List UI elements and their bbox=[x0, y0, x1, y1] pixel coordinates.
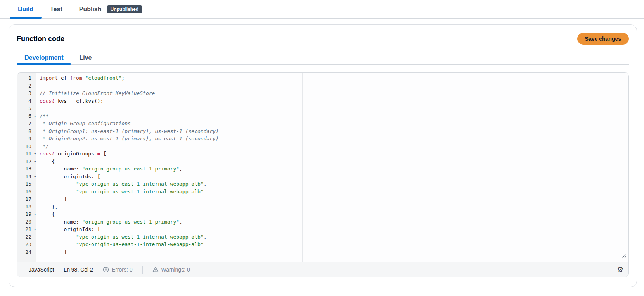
line-number: 1 bbox=[17, 74, 36, 82]
code-text: * OriginGroup1: us-east-1 (primary), us-… bbox=[36, 127, 219, 135]
code-line[interactable]: 11▾const originGroups = [ bbox=[17, 150, 628, 158]
function-code-panel: Function code Save changes Development L… bbox=[9, 24, 637, 287]
code-text: // Initialize CloudFront KeyValueStore bbox=[36, 89, 155, 97]
fold-arrow-icon[interactable]: ▾ bbox=[34, 226, 36, 234]
code-text: const kvs = cf.kvs(); bbox=[36, 97, 103, 105]
line-number: 12▾ bbox=[17, 158, 36, 165]
fold-arrow-icon[interactable]: ▾ bbox=[34, 211, 36, 219]
code-line[interactable]: 18 }, bbox=[17, 203, 628, 211]
line-number: 19▾ bbox=[17, 210, 36, 218]
code-text: }, bbox=[36, 203, 58, 211]
warnings-label: Warnings: 0 bbox=[161, 267, 190, 273]
line-number: 23 bbox=[17, 241, 36, 248]
line-number: 10 bbox=[17, 143, 36, 150]
code-text: const originGroups = [ bbox=[36, 150, 106, 158]
code-text: name: "origin-group-us-east-1-primary", bbox=[36, 165, 182, 173]
code-text bbox=[36, 105, 40, 112]
code-text: ] bbox=[36, 248, 67, 256]
code-text: name: "origin-group-us-west-1-primary", bbox=[36, 218, 182, 226]
tab-live-label: Live bbox=[79, 54, 92, 61]
save-changes-button[interactable]: Save changes bbox=[577, 33, 629, 45]
line-number: 6▾ bbox=[17, 112, 36, 120]
code-line[interactable]: 3// Initialize CloudFront KeyValueStore bbox=[17, 89, 628, 97]
tab-publish[interactable]: Publish Unpublished bbox=[71, 0, 150, 18]
language-label: JavaScript bbox=[29, 267, 54, 273]
code-text: * OriginGroup2: us-west-1 (primary), us-… bbox=[36, 135, 219, 143]
line-number: 2 bbox=[17, 82, 36, 90]
gear-icon: ⚙ bbox=[617, 266, 623, 273]
line-number: 17 bbox=[17, 195, 36, 203]
code-line[interactable]: 1import cf from "cloudfront"; bbox=[17, 74, 628, 82]
editor-settings-button[interactable]: ⚙ bbox=[612, 262, 628, 277]
line-number: 14▾ bbox=[17, 173, 36, 181]
tab-build-label: Build bbox=[18, 6, 33, 13]
errors-label: Errors: 0 bbox=[112, 267, 133, 273]
tab-development-label: Development bbox=[24, 54, 63, 61]
line-number: 3 bbox=[17, 89, 36, 97]
tab-build[interactable]: Build bbox=[10, 0, 42, 18]
line-number: 4 bbox=[17, 97, 36, 105]
code-text: "vpc-origin-us-east-1-internal-webapp-al… bbox=[36, 180, 206, 188]
code-line[interactable]: 24 ] bbox=[17, 248, 628, 256]
line-number: 8 bbox=[17, 127, 36, 135]
warning-triangle-icon bbox=[152, 267, 159, 273]
code-line[interactable]: 19▾ { bbox=[17, 210, 628, 218]
code-line[interactable]: 13 name: "origin-group-us-east-1-primary… bbox=[17, 165, 628, 173]
status-left: JavaScript Ln 98, Col 2 Errors: 0 bbox=[17, 266, 190, 274]
fold-arrow-icon[interactable]: ▾ bbox=[34, 173, 36, 181]
code-line[interactable]: 4const kvs = cf.kvs(); bbox=[17, 97, 628, 105]
warnings-status[interactable]: Warnings: 0 bbox=[152, 267, 190, 273]
page-tabs: Build Test Publish Unpublished bbox=[0, 0, 644, 19]
code-line[interactable]: 22 "vpc-origin-us-west-1-internal-webapp… bbox=[17, 233, 628, 241]
code-text: { bbox=[36, 158, 55, 165]
code-editor-body[interactable]: 1import cf from "cloudfront";23// Initia… bbox=[17, 73, 628, 262]
code-text: * Origin Group configurations bbox=[36, 120, 131, 127]
code-line[interactable]: 15 "vpc-origin-us-east-1-internal-webapp… bbox=[17, 180, 628, 188]
code-line[interactable]: 16 "vpc-origin-us-west-1-internal-webapp… bbox=[17, 188, 628, 196]
code-line[interactable]: 5 bbox=[17, 105, 628, 112]
line-number: 24 bbox=[17, 248, 36, 256]
code-text: "vpc-origin-us-east-1-internal-webapp-al… bbox=[36, 241, 204, 248]
editor-status-bar: JavaScript Ln 98, Col 2 Errors: 0 bbox=[17, 262, 628, 277]
line-number: 22 bbox=[17, 233, 36, 241]
tab-publish-label: Publish bbox=[79, 6, 102, 13]
code-line[interactable]: 14▾ originIds: [ bbox=[17, 173, 628, 181]
code-text: originIds: [ bbox=[36, 173, 100, 181]
fold-arrow-icon[interactable]: ▾ bbox=[34, 150, 36, 158]
code-line[interactable]: 7 * Origin Group configurations bbox=[17, 120, 628, 127]
code-line[interactable]: 20 name: "origin-group-us-west-1-primary… bbox=[17, 218, 628, 226]
code-line[interactable]: 17 ] bbox=[17, 195, 628, 203]
code-text: originIds: [ bbox=[36, 225, 100, 233]
fold-arrow-icon[interactable]: ▾ bbox=[34, 158, 36, 166]
code-line[interactable]: 6▾/** bbox=[17, 112, 628, 120]
panel-header: Function code Save changes bbox=[17, 33, 629, 45]
code-line[interactable]: 12▾ { bbox=[17, 158, 628, 165]
code-line[interactable]: 2 bbox=[17, 82, 628, 90]
code-text: "vpc-origin-us-west-1-internal-webapp-al… bbox=[36, 188, 204, 196]
tab-test-label: Test bbox=[50, 6, 62, 13]
code-text: */ bbox=[36, 143, 48, 150]
line-number: 16 bbox=[17, 188, 36, 196]
code-text: ] bbox=[36, 195, 67, 203]
errors-status[interactable]: Errors: 0 bbox=[103, 267, 133, 273]
line-number: 9 bbox=[17, 135, 36, 143]
line-number: 21▾ bbox=[17, 225, 36, 233]
status-divider bbox=[142, 266, 143, 274]
line-number: 7 bbox=[17, 120, 36, 127]
code-line[interactable]: 9 * OriginGroup2: us-west-1 (primary), u… bbox=[17, 135, 628, 143]
line-number: 11▾ bbox=[17, 150, 36, 158]
fold-arrow-icon[interactable]: ▾ bbox=[34, 113, 36, 120]
code-lines: 1import cf from "cloudfront";23// Initia… bbox=[17, 73, 628, 256]
code-line[interactable]: 23 "vpc-origin-us-east-1-internal-webapp… bbox=[17, 241, 628, 248]
code-line[interactable]: 8 * OriginGroup1: us-east-1 (primary), u… bbox=[17, 127, 628, 135]
resize-handle-icon[interactable] bbox=[621, 253, 626, 260]
code-text: "vpc-origin-us-west-1-internal-webapp-al… bbox=[36, 233, 206, 241]
tab-test[interactable]: Test bbox=[42, 0, 71, 18]
tab-development[interactable]: Development bbox=[17, 51, 71, 64]
unpublished-badge: Unpublished bbox=[107, 5, 142, 13]
tab-live[interactable]: Live bbox=[71, 51, 99, 64]
code-text: import cf from "cloudfront"; bbox=[36, 74, 125, 82]
code-line[interactable]: 10 */ bbox=[17, 143, 628, 150]
circle-x-icon bbox=[103, 267, 109, 273]
code-line[interactable]: 21▾ originIds: [ bbox=[17, 225, 628, 233]
